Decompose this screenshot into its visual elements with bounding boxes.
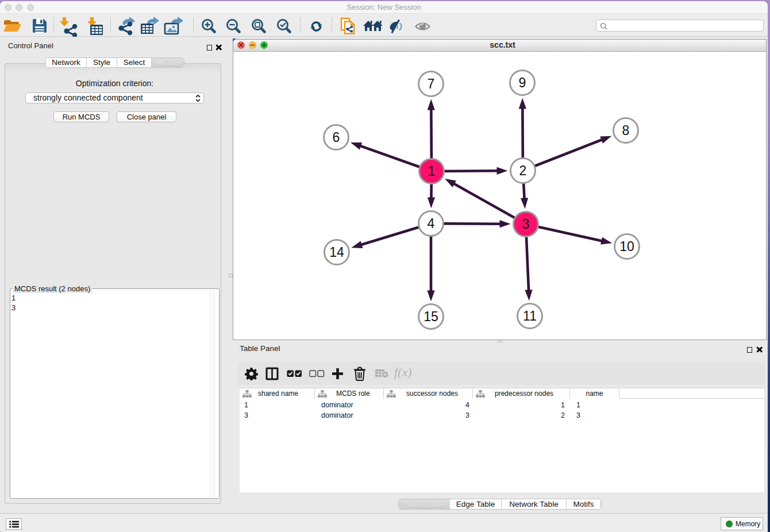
svg-text:4: 4 (428, 216, 435, 231)
svg-text:2: 2 (519, 163, 527, 178)
svg-text:1: 1 (428, 164, 436, 179)
svg-text:11: 11 (523, 309, 537, 323)
svg-text:3: 3 (522, 217, 530, 232)
svg-text:15: 15 (424, 309, 438, 324)
svg-text:10: 10 (619, 239, 634, 254)
svg-text:9: 9 (519, 75, 526, 90)
svg-text:6: 6 (333, 130, 340, 145)
svg-text:8: 8 (622, 123, 630, 138)
svg-text:14: 14 (329, 245, 344, 260)
svg-text:7: 7 (428, 76, 435, 91)
